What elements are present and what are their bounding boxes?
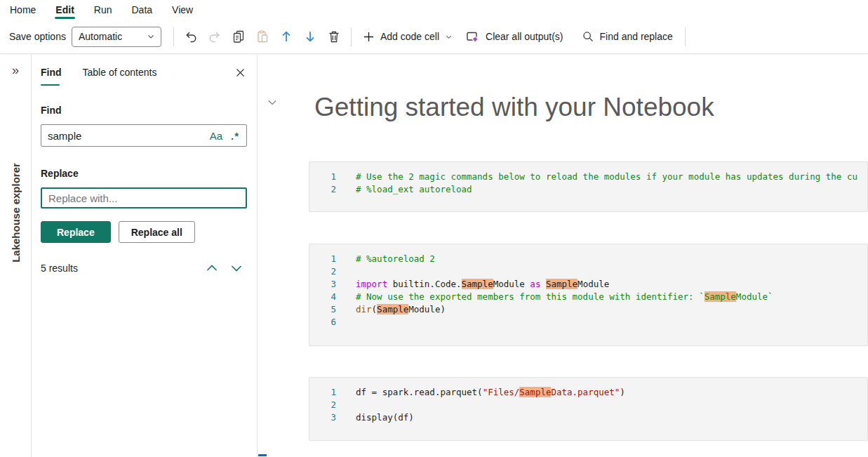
chevron-down-icon [229,261,243,275]
plus-icon [363,31,375,43]
menu-item-edit[interactable]: Edit [54,2,75,18]
undo-icon [184,29,198,44]
replace-button[interactable]: Replace [41,221,111,243]
line-number: 6 [309,316,336,329]
horizontal-scrollbar-thumb[interactable] [258,454,267,456]
menu-item-home[interactable]: Home [8,2,37,18]
code-text: df = spark.read.parquet("Files/SampleDat… [356,386,625,399]
line-number: 1 [309,253,336,265]
close-icon [235,67,246,78]
line-number: 4 [309,291,336,303]
paste-icon [255,29,269,44]
replace-input[interactable] [48,192,239,204]
expand-pane-icon[interactable]: » [12,63,19,78]
redo-button[interactable] [203,25,227,48]
undo-button[interactable] [179,25,203,48]
search-icon [582,30,594,43]
toolbar-divider [173,27,174,46]
chevron-down-icon [267,97,278,108]
replace-input-wrap [41,187,247,208]
menu-item-run[interactable]: Run [93,2,114,18]
code-segment: # %autoreload 2 [356,253,435,264]
delete-cell-button[interactable] [322,25,346,48]
find-match-highlight: Sample [705,291,736,302]
save-mode-value: Automatic [79,31,122,42]
previous-result-button[interactable] [204,260,220,276]
code-text: # Use the 2 magic commands below to relo… [356,171,857,183]
arrow-up-icon [279,29,293,44]
code-cell[interactable]: 1# Use the 2 magic commands below to rel… [309,161,868,212]
results-count: 5 results [41,263,78,274]
code-segment: # Now use the exported members from this… [356,291,705,302]
line-number: 5 [309,303,336,316]
add-code-cell-button[interactable]: Add code cell [356,25,459,48]
paste-button[interactable] [251,25,274,48]
close-panel-button[interactable] [233,65,247,79]
code-text: # %load_ext autoreload [356,183,472,196]
code-segment: Module` [736,291,773,302]
results-row: 5 results [41,260,247,276]
code-line: 1# %autoreload 2 [309,253,867,265]
code-segment: # Use the 2 magic commands below to relo… [356,171,857,182]
find-and-replace-button[interactable]: Find and replace [575,25,679,48]
next-result-button[interactable] [229,260,244,276]
line-number: 3 [309,411,336,424]
clear-outputs-icon [465,29,480,44]
chevron-up-icon [205,261,219,275]
code-cell[interactable]: 1# %autoreload 223import builtin.Code.Sa… [309,244,868,346]
redo-icon [208,29,222,44]
save-mode-dropdown[interactable]: Automatic [72,27,161,47]
regex-icon[interactable]: .* [231,130,239,142]
replace-label: Replace [41,168,247,179]
line-number: 3 [309,278,336,291]
tab-table-of-contents[interactable]: Table of contents [83,67,157,86]
lakehouse-explorer-rail: » Lakehouse explorer [0,55,32,457]
code-segment: df = spark.read.parquet( [356,387,483,397]
code-segment: Module) [408,304,446,314]
find-panel: Find Table of contents Find Aa .* Replac… [32,55,258,457]
code-segment: display(df) [356,412,414,423]
chevron-down-icon [147,32,155,41]
menu-item-view[interactable]: View [171,2,194,18]
code-segment: Module [493,279,530,289]
notebook-title[interactable]: Getting started with your Notebook [314,93,714,122]
lakehouse-explorer-title[interactable]: Lakehouse explorer [10,163,22,263]
arrow-down-icon [303,29,317,44]
clear-all-outputs-label: Clear all output(s) [486,31,563,42]
code-line: 2 [309,399,867,411]
code-segment [540,279,546,289]
code-segment: "Files/ [483,387,520,397]
replace-all-button[interactable]: Replace all [119,221,195,243]
move-cell-down-button[interactable] [298,25,322,48]
clear-all-outputs-button[interactable]: Clear all output(s) [459,25,570,48]
move-cell-up-button[interactable] [274,25,298,48]
code-segment: dir [356,304,372,314]
menu-item-data[interactable]: Data [131,2,154,18]
collapse-section-button[interactable] [267,97,278,108]
menu-bar: Home Edit Run Data View [0,0,868,20]
find-match-highlight: Sample [377,304,408,314]
code-segment: ( [372,304,378,314]
copy-button[interactable] [227,25,251,48]
line-number: 1 [309,386,336,399]
code-line: 1# Use the 2 magic commands below to rel… [309,171,867,183]
code-text: display(df) [356,411,414,424]
add-code-cell-label: Add code cell [380,31,439,42]
line-number: 2 [309,265,336,278]
find-label: Find [41,105,247,116]
find-input[interactable] [48,130,201,142]
trash-icon [327,29,341,44]
tab-find[interactable]: Find [41,67,62,86]
code-cell[interactable]: 1df = spark.read.parquet("Files/SampleDa… [309,377,868,441]
find-input-wrap: Aa .* [41,124,247,147]
line-number: 2 [309,183,336,196]
code-segment: Data.parquet" [551,387,620,397]
match-case-icon[interactable]: Aa [210,130,222,142]
replace-buttons-row: Replace Replace all [41,221,247,243]
code-line: 2# %load_ext autoreload [309,183,867,196]
line-number: 2 [309,399,336,411]
code-segment: # %load_ext autoreload [356,184,472,194]
code-line: 1df = spark.read.parquet("Files/SampleDa… [309,386,867,399]
copy-icon [232,29,246,44]
code-line: 5dir(SampleModule) [309,303,867,316]
